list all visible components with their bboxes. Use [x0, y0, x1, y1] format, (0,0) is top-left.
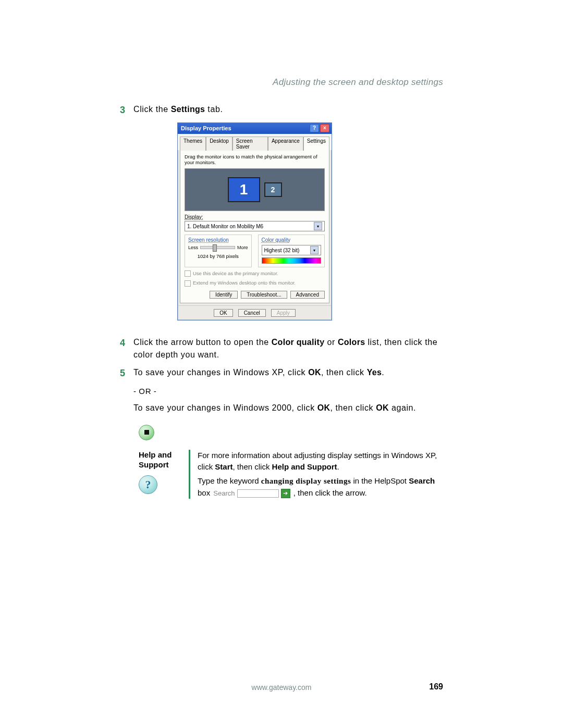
resolution-slider[interactable] — [200, 246, 235, 249]
step-5-alt: To save your changes in Windows 2000, cl… — [133, 402, 443, 414]
resolution-value: 1024 by 768 pixels — [188, 253, 248, 259]
step-text: Click the arrow button to open the Color… — [133, 336, 443, 361]
help-and-support-box: Help and Support ? For more information … — [139, 450, 443, 499]
stop-icon — [139, 425, 154, 440]
bold-settings: Settings — [171, 105, 205, 114]
help-icon[interactable]: ? — [310, 124, 319, 132]
checkbox[interactable] — [185, 280, 191, 287]
page-number: 169 — [429, 682, 443, 692]
bold-ok: OK — [376, 403, 389, 412]
bold-ok: OK — [308, 368, 321, 377]
text: again. — [389, 403, 416, 412]
tab-settings[interactable]: Settings — [303, 137, 329, 151]
primary-monitor-checkbox-row: Use this device as the primary monitor. — [185, 270, 325, 277]
help-content: For more information about adjusting dis… — [190, 450, 443, 499]
text: box — [198, 488, 212, 497]
text: Click the — [133, 105, 171, 114]
extend-desktop-checkbox-row: Extend my Windows desktop onto this moni… — [185, 280, 325, 286]
text: To save your changes in Windows 2000, cl… — [133, 403, 317, 412]
step-number: 4 — [120, 336, 133, 350]
close-icon[interactable]: × — [320, 124, 329, 132]
helpspot-search-inline: Search ➔ — [213, 489, 290, 499]
less-label: Less — [188, 245, 198, 250]
drag-hint: Drag the monitor icons to match the phys… — [185, 154, 325, 165]
tab-desktop[interactable]: Desktop — [206, 137, 232, 151]
monitor-2-icon[interactable]: 2 — [264, 182, 282, 197]
step-text: To save your changes in Windows XP, clic… — [133, 366, 443, 379]
checkbox-label: Use this device as the primary monitor. — [193, 270, 278, 276]
color-quality-group: Color quality Highest (32 bit) ▾ — [258, 235, 325, 267]
bold-colors: Colors — [338, 338, 365, 347]
bold-start: Start — [215, 462, 232, 471]
text: or — [324, 338, 338, 347]
identify-button[interactable]: Identify — [210, 291, 238, 299]
cancel-button[interactable]: Cancel — [238, 309, 266, 317]
step-number: 5 — [120, 366, 133, 380]
ok-button[interactable]: OK — [214, 309, 232, 317]
help-heading: Help and Support — [139, 450, 182, 470]
color-quality-dropdown[interactable]: Highest (32 bit) ▾ — [262, 245, 322, 255]
text: , then click the arrow. — [293, 488, 367, 497]
help-heading-column: Help and Support ? — [139, 450, 190, 499]
step-4: 4 Click the arrow button to open the Col… — [120, 336, 443, 361]
display-properties-screenshot: Display Properties ? × Themes Desktop Sc… — [177, 122, 443, 320]
step-number: 3 — [120, 103, 133, 117]
step-5: 5 To save your changes in Windows XP, cl… — [120, 366, 443, 380]
advanced-button[interactable]: Advanced — [290, 291, 325, 299]
search-label: Search — [213, 489, 235, 499]
color-quality-value: Highest (32 bit) — [264, 248, 300, 253]
troubleshoot-button[interactable]: Troubleshoot... — [241, 291, 287, 299]
group-title: Screen resolution — [188, 237, 248, 243]
step-3: 3 Click the Settings tab. — [120, 103, 443, 117]
section-title: Adjusting the screen and desktop setting… — [120, 77, 443, 88]
bold-yes: Yes — [367, 368, 382, 377]
bold-help-and-support: Help and Support — [272, 462, 337, 471]
monitor-1-icon[interactable]: 1 — [228, 177, 260, 202]
text: To save your changes in Windows XP, clic… — [133, 368, 308, 377]
document-page: Adjusting the screen and desktop setting… — [0, 0, 563, 728]
text: Click the arrow button to open the — [133, 338, 272, 347]
end-of-procedure-marker — [139, 425, 443, 440]
display-dropdown[interactable]: 1. Default Monitor on Mobility M6 ▾ — [185, 221, 325, 231]
text: , then click — [330, 403, 376, 412]
text: . — [337, 462, 339, 471]
tab-appearance[interactable]: Appearance — [268, 137, 303, 151]
question-mark-icon: ? — [139, 475, 157, 494]
search-go-arrow-icon[interactable]: ➔ — [281, 489, 290, 498]
more-label: More — [237, 245, 248, 250]
chevron-down-icon[interactable]: ▾ — [310, 246, 319, 254]
dialog-panel-settings: Drag the monitor icons to match the phys… — [180, 150, 329, 303]
tab-themes[interactable]: Themes — [180, 137, 206, 151]
display-dropdown-value: 1. Default Monitor on Mobility M6 — [187, 224, 263, 229]
dialog-tabs: Themes Desktop Screen Saver Appearance S… — [178, 134, 332, 150]
footer-url: www.gateway.com — [0, 683, 563, 692]
text: in the HelpSpot — [351, 476, 409, 485]
screen-resolution-group: Screen resolution Less More 1024 by 768 … — [185, 235, 252, 267]
monitor-arrangement[interactable]: 1 2 — [185, 168, 325, 211]
keyword-changing-display-settings: changing display settings — [261, 477, 351, 485]
display-label: Display: — [185, 214, 325, 220]
slider-thumb[interactable] — [213, 244, 217, 252]
group-title: Color quality — [262, 237, 322, 243]
bold-search: Search — [409, 476, 435, 485]
checkbox[interactable] — [185, 270, 191, 277]
search-input[interactable] — [237, 489, 279, 498]
dialog-titlebar: Display Properties ? × — [178, 123, 332, 134]
or-divider: - OR - — [133, 387, 443, 396]
tab-screen-saver[interactable]: Screen Saver — [232, 137, 268, 151]
text: , then click — [233, 462, 272, 471]
bold-ok: OK — [317, 403, 331, 412]
text: tab. — [205, 105, 223, 114]
bold-color-quality: Color quality — [272, 338, 325, 347]
text: . — [382, 368, 384, 377]
color-spectrum-bar — [262, 257, 322, 264]
apply-button[interactable]: Apply — [271, 309, 296, 317]
text: Type the keyword — [198, 476, 261, 485]
text: , then click — [321, 368, 367, 377]
checkbox-label: Extend my Windows desktop onto this moni… — [193, 280, 296, 286]
dialog-title: Display Properties — [181, 125, 231, 131]
step-text: Click the Settings tab. — [133, 103, 443, 116]
chevron-down-icon[interactable]: ▾ — [314, 222, 322, 230]
display-properties-dialog: Display Properties ? × Themes Desktop Sc… — [177, 122, 332, 320]
